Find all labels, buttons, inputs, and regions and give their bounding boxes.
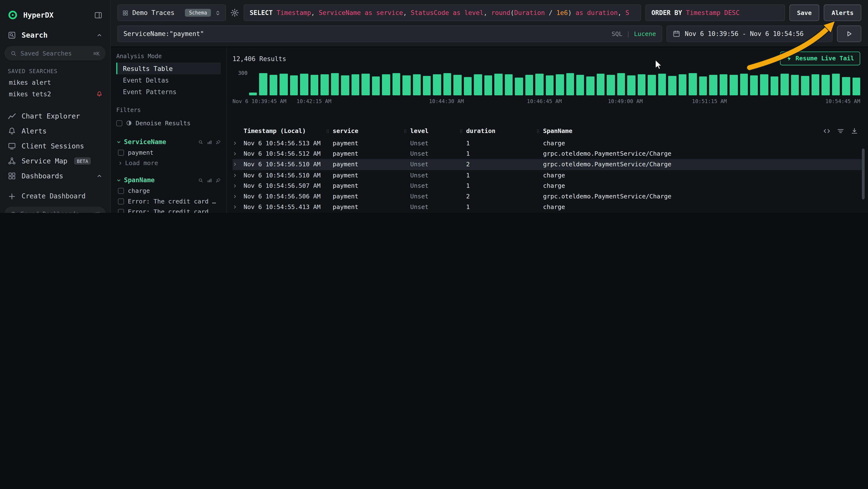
facet-header-servicename[interactable]: ServiceName [116, 136, 221, 147]
facet-value-payment[interactable]: payment [116, 147, 221, 158]
facet-search-icon[interactable] [198, 139, 203, 144]
histogram-bar[interactable] [730, 75, 738, 95]
source-selector[interactable]: Demo Traces Schema [117, 4, 226, 21]
histogram-bar[interactable] [566, 74, 574, 95]
facet-search-icon[interactable] [198, 178, 203, 183]
table-row[interactable]: Nov 6 10:54:56.510 AMpaymentUnset1charge [232, 170, 865, 180]
histogram-bar[interactable] [495, 74, 502, 95]
histogram-bar[interactable] [525, 75, 533, 95]
sidebar-item-dashboards[interactable]: Dashboards [0, 169, 110, 183]
histogram-bar[interactable] [249, 92, 257, 95]
load-more-button[interactable]: Load more [116, 158, 221, 168]
mode-lucene[interactable]: Lucene [634, 30, 656, 37]
histogram-bar[interactable] [546, 76, 554, 95]
histogram-bar[interactable] [270, 75, 278, 95]
histogram-bar[interactable] [852, 78, 860, 95]
collapse-sidebar-icon[interactable] [94, 11, 102, 19]
histogram-bar[interactable] [771, 76, 779, 95]
pin-icon[interactable] [216, 178, 221, 183]
histogram-bar[interactable] [679, 74, 686, 95]
expand-row-button[interactable] [232, 162, 244, 167]
column-header-spanname[interactable]: SpanName [535, 127, 823, 135]
table-row[interactable]: Nov 6 10:54:56.507 AMpaymentUnset1charge [232, 180, 865, 191]
download-icon[interactable] [851, 127, 858, 135]
histogram-bar[interactable] [443, 74, 452, 95]
histogram-bar[interactable] [372, 76, 380, 95]
expand-row-button[interactable] [232, 173, 244, 178]
sidebar-section-search[interactable]: Search [0, 24, 110, 43]
histogram-bar[interactable] [638, 74, 646, 95]
time-range-picker[interactable]: Nov 6 10:39:56 - Nov 6 10:54:56 [666, 26, 833, 42]
histogram-bar[interactable] [280, 74, 288, 95]
filter-lines-icon[interactable] [837, 127, 844, 135]
saved-dashboards-input[interactable]: Saved Dashboards ⌘K [4, 207, 105, 213]
histogram-bar[interactable] [658, 74, 666, 95]
histogram-bar[interactable] [597, 74, 605, 95]
checkbox[interactable] [118, 188, 124, 194]
column-header-service[interactable]: service [325, 127, 402, 135]
analysis-mode-event-deltas[interactable]: Event Deltas [116, 74, 221, 86]
run-query-button[interactable] [837, 26, 861, 42]
facet-value-error-the-credit-card[interactable]: Error: The credit card … [116, 207, 221, 213]
histogram-bar[interactable] [801, 76, 809, 95]
histogram-bar[interactable] [832, 74, 840, 95]
histogram-bar[interactable] [382, 74, 390, 95]
expand-row-button[interactable] [232, 194, 244, 199]
histogram-bar[interactable] [321, 74, 329, 95]
histogram-bar[interactable] [811, 74, 819, 95]
histogram-bar[interactable] [576, 75, 584, 95]
sidebar-item-service-map[interactable]: Service MapBETA [0, 153, 110, 169]
histogram-bar[interactable] [341, 76, 349, 95]
column-grip-icon[interactable] [535, 128, 541, 135]
histogram-bar[interactable] [392, 74, 400, 95]
histogram-bar[interactable] [740, 74, 748, 95]
facet-chart-icon[interactable] [207, 178, 212, 183]
table-row[interactable]: Nov 6 10:54:56.512 AMpaymentUnset1grpc.o… [232, 149, 865, 159]
histogram-bar[interactable] [484, 75, 492, 95]
histogram-bar[interactable] [556, 74, 564, 95]
histogram-bar[interactable] [607, 75, 615, 95]
histogram-bar[interactable] [464, 77, 472, 95]
histogram-bar[interactable] [781, 74, 789, 95]
alerts-button[interactable]: Alerts [824, 4, 862, 21]
analysis-mode-event-patterns[interactable]: Event Patterns [116, 86, 221, 97]
histogram-bar[interactable] [719, 74, 727, 95]
source-settings-icon[interactable] [230, 8, 239, 17]
table-row[interactable]: Nov 6 10:54:55.413 AMpaymentUnset1grpc.o… [232, 212, 865, 213]
expand-row-button[interactable] [232, 141, 244, 146]
histogram-bar[interactable] [362, 74, 370, 95]
histogram-bar[interactable] [791, 75, 799, 95]
create-dashboard-button[interactable]: Create Dashboard [0, 189, 110, 203]
table-row[interactable]: Nov 6 10:54:56.506 AMpaymentUnset2grpc.o… [232, 191, 865, 202]
code-icon[interactable] [823, 127, 830, 135]
table-row[interactable]: Nov 6 10:54:55.413 AMpaymentUnset1charge [232, 202, 865, 212]
denoise-results-checkbox[interactable]: Denoise Results [116, 116, 221, 130]
checkbox[interactable] [116, 120, 122, 126]
column-grip-icon[interactable] [458, 128, 464, 135]
histogram-bar[interactable] [331, 74, 339, 95]
mode-sql[interactable]: SQL [612, 30, 623, 37]
histogram-bar[interactable] [586, 76, 594, 95]
histogram-bar[interactable] [822, 75, 830, 95]
expand-row-button[interactable] [232, 205, 244, 210]
histogram-bar[interactable] [750, 76, 758, 95]
checkbox[interactable] [118, 198, 124, 204]
facet-chart-icon[interactable] [207, 139, 212, 144]
query-language-toggle[interactable]: SQL | Lucene [612, 30, 656, 37]
saved-search-item-mikes-alert[interactable]: mikes alert [0, 77, 110, 88]
histogram-bar[interactable] [709, 75, 717, 95]
histogram-bar[interactable] [474, 74, 482, 95]
histogram-bar[interactable] [505, 74, 513, 95]
resume-live-tail-button[interactable]: Resume Live Tail [780, 52, 860, 65]
histogram-bar[interactable] [689, 74, 696, 95]
histogram-bar[interactable] [311, 75, 318, 95]
column-header-level[interactable]: level [402, 127, 458, 135]
histogram-bar[interactable] [617, 74, 625, 95]
sidebar-item-chart-explorer[interactable]: Chart Explorer [0, 109, 110, 123]
table-row[interactable]: Nov 6 10:54:56.513 AMpaymentUnset1charge [232, 138, 865, 149]
analysis-mode-results-table[interactable]: Results Table [116, 62, 221, 74]
histogram-bar[interactable] [433, 74, 441, 95]
facet-value-charge[interactable]: charge [116, 185, 221, 196]
histogram-bar[interactable] [648, 75, 656, 95]
histogram-bar[interactable] [290, 75, 298, 95]
